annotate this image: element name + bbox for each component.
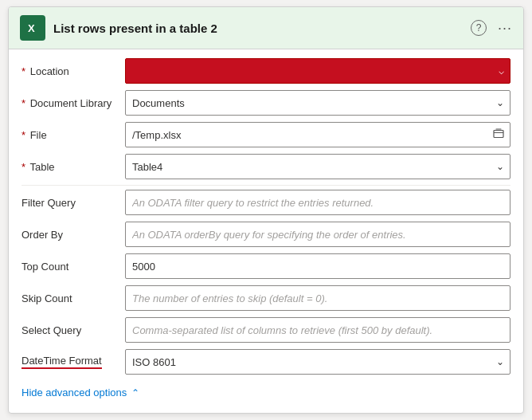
select-query-control [125, 317, 510, 343]
order-by-row: Order By [22, 221, 510, 248]
header-left: X List rows present in a table 2 [20, 15, 217, 41]
top-count-row: Top Count [22, 253, 510, 280]
header: X List rows present in a table 2 ? ··· [9, 7, 523, 49]
filter-query-control [125, 190, 510, 215]
skip-count-label: Skip Count [22, 292, 125, 304]
select-query-label: Select Query [22, 324, 125, 336]
filter-query-input[interactable] [125, 190, 510, 215]
datetime-format-row: DateTime Format ISO 8601 ⌄ [22, 348, 510, 375]
file-row: * File [22, 121, 510, 148]
svg-text:X: X [28, 22, 35, 34]
order-by-label: Order By [22, 229, 125, 241]
doc-lib-required-star: * [22, 97, 25, 109]
header-actions: ? ··· [471, 20, 512, 37]
header-title: List rows present in a table 2 [53, 22, 217, 35]
location-label: * Location [22, 65, 125, 77]
location-wrapper: ⌵ [125, 58, 510, 84]
datetime-format-select-wrapper: ISO 8601 ⌄ [125, 349, 510, 375]
table-select-wrapper: Table4 ⌄ [125, 154, 510, 179]
more-options-icon[interactable]: ··· [498, 20, 512, 37]
top-count-label: Top Count [22, 261, 125, 273]
help-icon[interactable]: ? [471, 20, 487, 36]
file-wrapper [125, 122, 510, 147]
table-required-star: * [22, 161, 25, 173]
skip-count-input[interactable] [125, 285, 510, 311]
filter-query-label: Filter Query [22, 197, 125, 209]
table-row: * Table Table4 ⌄ [22, 153, 510, 180]
hide-advanced-options-button[interactable]: Hide advanced options ⌃ [22, 383, 510, 402]
location-control: ⌵ [125, 58, 510, 84]
table-select[interactable]: Table4 [125, 154, 510, 179]
form-body: * Location ⌵ * Document Library Document… [9, 49, 523, 413]
file-control [125, 122, 510, 147]
select-query-input[interactable] [125, 317, 510, 343]
excel-icon: X [20, 15, 45, 41]
document-library-select-wrapper: Documents ⌄ [125, 90, 510, 116]
document-library-label: * Document Library [22, 97, 125, 109]
datetime-format-select[interactable]: ISO 8601 [125, 349, 510, 375]
select-query-row: Select Query [22, 316, 510, 343]
location-required-star: * [22, 65, 25, 77]
file-label: * File [22, 129, 125, 141]
divider-1 [22, 185, 510, 186]
table-control: Table4 ⌄ [125, 154, 510, 179]
file-required-star: * [22, 129, 25, 141]
card: X List rows present in a table 2 ? ··· *… [8, 6, 524, 414]
location-filled-field[interactable] [125, 58, 510, 84]
document-library-row: * Document Library Documents ⌄ [22, 89, 510, 116]
location-row: * Location ⌵ [22, 57, 510, 84]
table-label: * Table [22, 161, 125, 173]
datetime-format-control: ISO 8601 ⌄ [125, 349, 510, 375]
chevron-up-icon: ⌃ [131, 387, 139, 398]
order-by-input[interactable] [125, 222, 510, 247]
top-count-control [125, 253, 510, 279]
file-input[interactable] [125, 122, 510, 147]
skip-count-row: Skip Count [22, 285, 510, 312]
hide-advanced-label: Hide advanced options [22, 387, 127, 398]
order-by-control [125, 222, 510, 247]
skip-count-control [125, 285, 510, 311]
filter-query-row: Filter Query [22, 189, 510, 216]
datetime-format-label: DateTime Format [22, 355, 125, 369]
top-count-input[interactable] [125, 253, 510, 279]
document-library-select[interactable]: Documents [125, 90, 510, 116]
document-library-control: Documents ⌄ [125, 90, 510, 116]
